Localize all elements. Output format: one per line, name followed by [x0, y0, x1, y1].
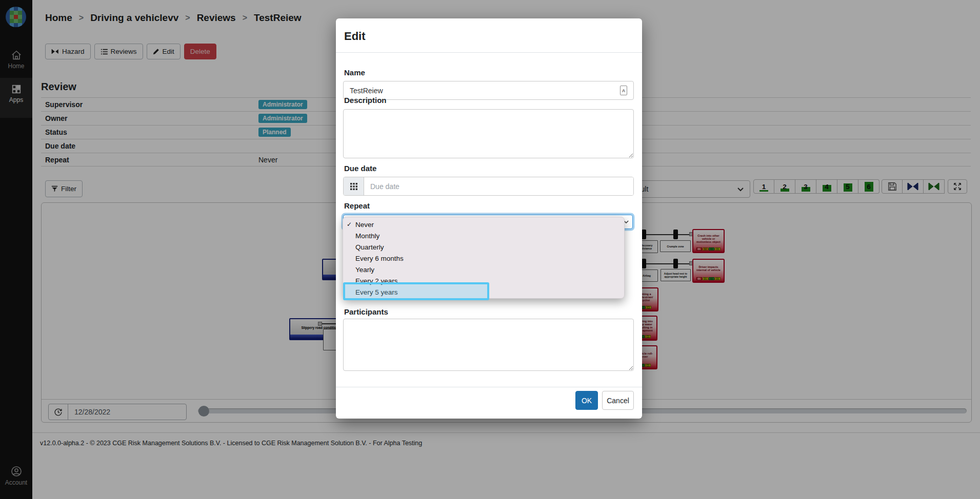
agent-highlight-box: [343, 282, 489, 300]
option-label: Never: [355, 221, 374, 228]
modal-footer-divider: [336, 387, 642, 387]
modal-header-divider: [336, 52, 642, 53]
ok-button[interactable]: OK: [575, 391, 598, 410]
edit-review-modal: Edit Name A Description Due date Repeat …: [336, 18, 642, 419]
grid-calendar-icon: [350, 183, 357, 190]
option-label: Yearly: [355, 266, 374, 274]
name-input[interactable]: [343, 81, 634, 100]
modal-title: Edit: [344, 30, 366, 43]
option-yearly[interactable]: Yearly: [343, 264, 624, 275]
description-label: Description: [344, 96, 387, 105]
due-date-group: [343, 177, 634, 196]
participants-label: Participants: [344, 307, 388, 316]
due-date-label: Due date: [344, 164, 376, 173]
description-textarea[interactable]: [343, 109, 634, 158]
cancel-button[interactable]: Cancel: [602, 391, 634, 410]
autofill-icon[interactable]: A: [620, 86, 627, 95]
name-label: Name: [344, 68, 365, 77]
option-quarterly[interactable]: Quarterly: [343, 241, 624, 253]
due-date-input[interactable]: [364, 177, 633, 195]
option-monthly[interactable]: Monthly: [343, 230, 624, 241]
option-every-6-months[interactable]: Every 6 months: [343, 253, 624, 264]
option-never[interactable]: ✓ Never: [343, 219, 624, 230]
repeat-label: Repeat: [344, 201, 370, 210]
option-label: Quarterly: [355, 243, 384, 251]
checkmark-icon: ✓: [343, 221, 355, 228]
calendar-picker-button[interactable]: [344, 177, 364, 195]
participants-textarea[interactable]: [343, 319, 634, 371]
option-label: Monthly: [355, 232, 379, 240]
option-label: Every 6 months: [355, 255, 404, 262]
